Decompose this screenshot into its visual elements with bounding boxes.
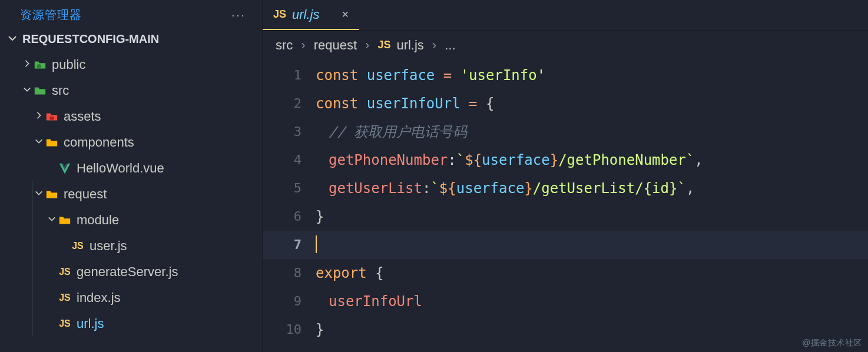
js-icon: JS xyxy=(273,8,286,21)
code-line[interactable]: 3 // 获取用户电话号码 xyxy=(263,118,868,146)
folder-open-icon xyxy=(45,187,59,201)
tree-file-index-js[interactable]: JS index.js xyxy=(0,285,262,311)
tree-label: HelloWorld.vue xyxy=(72,161,164,176)
tree-label: module xyxy=(72,212,119,228)
js-icon: JS xyxy=(58,265,72,279)
svg-point-0 xyxy=(37,64,41,68)
chevron-down-icon xyxy=(46,215,58,225)
svg-rect-1 xyxy=(49,117,54,120)
more-icon[interactable]: ··· xyxy=(231,8,250,23)
app-root: 资源管理器 ··· REQUESTCONFIG-MAIN public xyxy=(0,0,868,352)
tree-file-url-js[interactable]: JS url.js xyxy=(0,311,262,337)
line-number: 2 xyxy=(263,89,316,118)
tab-label: url.js xyxy=(292,7,319,22)
folder-assets-icon xyxy=(45,109,59,124)
line-number: 9 xyxy=(263,287,316,316)
code-line[interactable]: 6 } xyxy=(263,202,868,231)
folder-components-icon xyxy=(45,135,59,150)
tree-guide xyxy=(32,233,32,259)
js-icon: JS xyxy=(377,39,390,51)
code-content: getPhoneNumber:`${userface}/getPhoneNumb… xyxy=(316,146,868,174)
tree-label: request xyxy=(59,187,107,202)
breadcrumb-item[interactable]: request xyxy=(314,38,357,53)
code-line[interactable]: 10 } xyxy=(263,316,868,344)
breadcrumb-item[interactable]: src xyxy=(276,38,293,53)
line-number: 6 xyxy=(263,202,316,231)
chevron-right-icon xyxy=(33,111,45,122)
code-line[interactable]: 1 const userface = 'userInfo' xyxy=(263,61,868,89)
line-number: 3 xyxy=(263,118,316,146)
code-line[interactable]: 4 getPhoneNumber:`${userface}/getPhoneNu… xyxy=(263,146,868,174)
chevron-down-icon xyxy=(33,137,45,148)
chevron-right-icon: › xyxy=(363,38,372,53)
tree-folder-components[interactable]: components xyxy=(0,129,262,155)
code-line-current[interactable]: 7 xyxy=(263,231,868,259)
folder-public-icon xyxy=(33,58,47,72)
line-number: 1 xyxy=(263,61,316,89)
js-icon: JS xyxy=(71,239,85,253)
text-cursor xyxy=(316,235,317,253)
js-icon: JS xyxy=(58,291,72,305)
tab-url-js[interactable]: JS url.js × xyxy=(263,0,359,30)
code-content: getUserList:`${userface}/getUserList/{id… xyxy=(316,174,868,202)
code-editor[interactable]: 1 const userface = 'userInfo' 2 const us… xyxy=(263,60,868,352)
tree-file-hello[interactable]: HelloWorld.vue xyxy=(0,155,262,181)
project-name: REQUESTCONFIG-MAIN xyxy=(19,32,159,46)
line-number: 8 xyxy=(263,259,316,287)
tree-label: components xyxy=(59,135,134,150)
chevron-right-icon: › xyxy=(299,38,307,53)
line-number: 4 xyxy=(263,146,316,174)
code-content: // 获取用户电话号码 xyxy=(316,118,868,146)
code-content: } xyxy=(316,316,868,344)
line-number: 10 xyxy=(263,316,316,344)
js-icon: JS xyxy=(58,317,72,331)
line-number: 7 xyxy=(263,231,316,259)
code-content: } xyxy=(316,202,868,231)
tree-folder-module[interactable]: module xyxy=(0,207,262,233)
tree-label: user.js xyxy=(85,238,127,254)
chevron-right-icon xyxy=(21,59,33,70)
file-tree: public src assets xyxy=(0,51,262,337)
tree-label: url.js xyxy=(72,316,104,331)
close-icon[interactable]: × xyxy=(325,8,349,21)
code-line[interactable]: 5 getUserList:`${userface}/getUserList/{… xyxy=(263,174,868,202)
tree-folder-src[interactable]: src xyxy=(0,78,262,104)
watermark: @掘金技术社区 xyxy=(802,338,862,348)
code-content: userInfoUrl xyxy=(316,287,868,316)
explorer-title: 资源管理器 xyxy=(20,7,82,23)
tree-guide xyxy=(32,181,32,207)
tree-folder-request[interactable]: request xyxy=(0,181,262,207)
folder-src-icon xyxy=(33,84,47,98)
code-line[interactable]: 9 userInfoUrl xyxy=(263,287,868,316)
code-content xyxy=(316,231,868,259)
editor-tabs: JS url.js × xyxy=(263,0,868,31)
tree-label: public xyxy=(47,57,85,72)
tree-label: assets xyxy=(59,109,101,124)
tree-guide xyxy=(32,285,32,311)
tree-label: generateServer.js xyxy=(72,264,178,280)
tree-guide xyxy=(32,259,32,285)
tree-guide xyxy=(32,207,32,233)
tree-label: src xyxy=(47,83,69,98)
code-content: const userface = 'userInfo' xyxy=(316,61,868,89)
code-line[interactable]: 8 export { xyxy=(263,259,868,287)
project-header[interactable]: REQUESTCONFIG-MAIN xyxy=(0,29,262,51)
vue-icon xyxy=(58,161,72,175)
tree-file-gen-server[interactable]: JS generateServer.js xyxy=(0,259,262,285)
breadcrumb-item[interactable]: url.js xyxy=(396,38,423,53)
breadcrumb-tail[interactable]: ... xyxy=(445,38,455,53)
breadcrumb[interactable]: src › request › JS url.js › ... xyxy=(263,31,868,60)
folder-open-icon xyxy=(58,213,72,227)
editor-column: JS url.js × src › request › JS url.js › … xyxy=(263,0,868,352)
line-number: 5 xyxy=(263,174,316,202)
sidebar-header: 资源管理器 ··· xyxy=(0,0,262,29)
tree-guide xyxy=(32,311,32,337)
tree-folder-public[interactable]: public xyxy=(0,52,262,78)
chevron-down-icon xyxy=(6,32,19,46)
code-content: export { xyxy=(316,259,868,287)
code-line[interactable]: 2 const userInfoUrl = { xyxy=(263,89,868,118)
chevron-down-icon xyxy=(21,85,33,96)
tree-file-user-js[interactable]: JS user.js xyxy=(0,233,262,259)
tree-folder-assets[interactable]: assets xyxy=(0,104,262,129)
chevron-right-icon: › xyxy=(430,38,439,53)
